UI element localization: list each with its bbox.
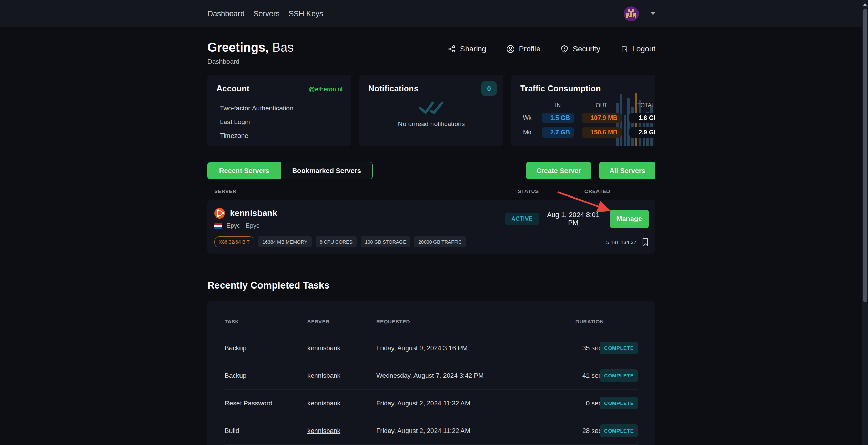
traffic-card: Traffic Consumption IN OUT TOTAL Wk 1.5 … [511, 75, 655, 146]
traffic-col-in: IN [542, 102, 574, 109]
nav-link[interactable]: Servers [254, 9, 280, 18]
task-requested: Friday, August 9, 2024 3:16 PM [376, 344, 562, 352]
task-status-badge: COMPLETE [600, 342, 638, 354]
task-server-link[interactable]: kennisbank [307, 372, 340, 379]
no-notifications-text: No unread notifications [398, 120, 465, 128]
server-row: kennisbank Epyc · Epyc ACTIVE Aug 1, 202… [207, 200, 655, 254]
task-duration: 35 sec [562, 344, 604, 352]
task-row: Build kennisbank Friday, August 2, 2024 … [225, 417, 638, 444]
tasks-table-header: TASK SERVER REQUESTED DURATION [225, 318, 638, 334]
shield-icon [560, 45, 569, 53]
notifications-card: Notifications 0 No unread notifications [359, 75, 503, 146]
account-card: Account @etheron.nl Two-factor Authentic… [207, 75, 351, 146]
spec-badge: 8 CPU CORES [316, 236, 357, 247]
task-row: Backup kennisbank Wednesday, August 7, 2… [225, 362, 638, 389]
scrollbar-up-arrow[interactable] [863, 3, 867, 6]
task-server-link[interactable]: kennisbank [307, 427, 340, 434]
traffic-col-out: OUT [582, 102, 622, 109]
top-navbar: Dashboard Servers SSH Keys [0, 0, 868, 27]
sharing-button[interactable]: Sharing [448, 44, 486, 53]
user-avatar[interactable] [624, 6, 639, 21]
task-duration: 28 sec [562, 427, 604, 435]
netherlands-flag-icon [214, 223, 222, 229]
task-server-link[interactable]: kennisbank [307, 400, 340, 407]
chevron-down-icon[interactable] [651, 12, 655, 15]
logout-button[interactable]: Logout [620, 44, 655, 53]
task-status-badge: COMPLETE [600, 424, 638, 437]
notification-count-badge[interactable]: 0 [481, 81, 497, 96]
account-setting-label: Timezone [220, 132, 343, 140]
bookmark-icon[interactable] [642, 238, 649, 246]
nav-link[interactable]: Dashboard [207, 9, 245, 18]
server-created-date: Aug 1, 2024 8:01 PM [544, 211, 602, 227]
status-badge: ACTIVE [505, 213, 539, 225]
architecture-badge: X86 32/64 BIT [214, 236, 254, 247]
task-requested: Friday, August 2, 2024 11:32 AM [376, 400, 562, 407]
vertical-scrollbar[interactable] [862, 0, 868, 445]
task-type: Backup [225, 344, 307, 352]
traffic-out-value: 107.9 MB [582, 113, 622, 123]
task-server-link[interactable]: kennisbank [307, 344, 340, 352]
nav-link[interactable]: SSH Keys [288, 9, 323, 18]
profile-button[interactable]: Profile [506, 44, 540, 53]
task-type: Reset Password [225, 400, 307, 407]
server-name[interactable]: kennisbank [230, 208, 277, 218]
server-tabs: Recent Servers Bookmarked Servers [207, 162, 373, 179]
create-server-button[interactable]: Create Server [526, 162, 591, 179]
server-table-header: SERVER STATUS CREATED [207, 188, 655, 194]
security-button[interactable]: Security [560, 44, 600, 53]
profile-icon [506, 45, 515, 53]
account-setting-label: Two-factor Authentication [220, 104, 343, 112]
traffic-in-value: 2.7 GB [542, 127, 574, 138]
user-name: Bas [272, 40, 294, 54]
task-requested: Wednesday, August 7, 2024 3:42 PM [376, 372, 562, 380]
spec-badge: 16384 MB MEMORY [258, 236, 312, 247]
traffic-row-label: Mo [520, 129, 534, 136]
task-type: Backup [225, 372, 307, 380]
manage-button[interactable]: Manage [610, 210, 649, 228]
task-row: Reset Password kennisbank Friday, August… [225, 389, 638, 417]
tab-bookmarked-servers[interactable]: Bookmarked Servers [281, 162, 372, 179]
task-row: Backup kennisbank Friday, August 9, 2024… [225, 334, 638, 362]
share-icon [448, 45, 456, 53]
tasks-section-title: Recently Completed Tasks [207, 280, 655, 291]
account-email-link[interactable]: @etheron.nl [309, 86, 343, 93]
account-setting-label: Last Login [220, 118, 343, 126]
spec-badge: 20000 GB TRAFFIC [414, 236, 466, 247]
ubuntu-logo-icon [214, 208, 225, 219]
task-duration: 41 sec [562, 372, 604, 380]
traffic-col-total: TOTAL [629, 102, 655, 109]
door-icon [620, 45, 628, 53]
double-check-icon [418, 100, 445, 115]
page-title: Greetings, Bas [207, 40, 294, 55]
task-status-badge: COMPLETE [600, 397, 638, 409]
tasks-table: TASK SERVER REQUESTED DURATION Backup ke… [207, 301, 655, 445]
task-duration: 0 sec [562, 400, 604, 407]
traffic-row-label: Wk [520, 114, 534, 121]
breadcrumb: Dashboard [207, 58, 294, 65]
traffic-card-title: Traffic Consumption [520, 84, 646, 93]
traffic-out-value: 150.6 MB [582, 127, 622, 138]
task-type: Build [225, 427, 307, 435]
task-requested: Friday, August 2, 2024 11:22 AM [376, 427, 562, 435]
all-servers-button[interactable]: All Servers [599, 162, 655, 179]
tab-recent-servers[interactable]: Recent Servers [208, 162, 281, 179]
server-plan: Epyc · Epyc [226, 222, 259, 230]
task-status-badge: COMPLETE [600, 369, 638, 382]
traffic-total-value: 2.9 GB [629, 127, 655, 138]
identicon-avatar-icon [624, 6, 639, 21]
notifications-card-title: Notifications [368, 84, 494, 93]
traffic-in-value: 1.5 GB [542, 113, 574, 123]
server-ip: 5.181.134.37 [606, 239, 636, 245]
spec-badge: 100 GB STORAGE [361, 236, 410, 247]
scrollbar-thumb[interactable] [863, 9, 867, 302]
traffic-total-value: 1.6 GB [629, 113, 655, 123]
